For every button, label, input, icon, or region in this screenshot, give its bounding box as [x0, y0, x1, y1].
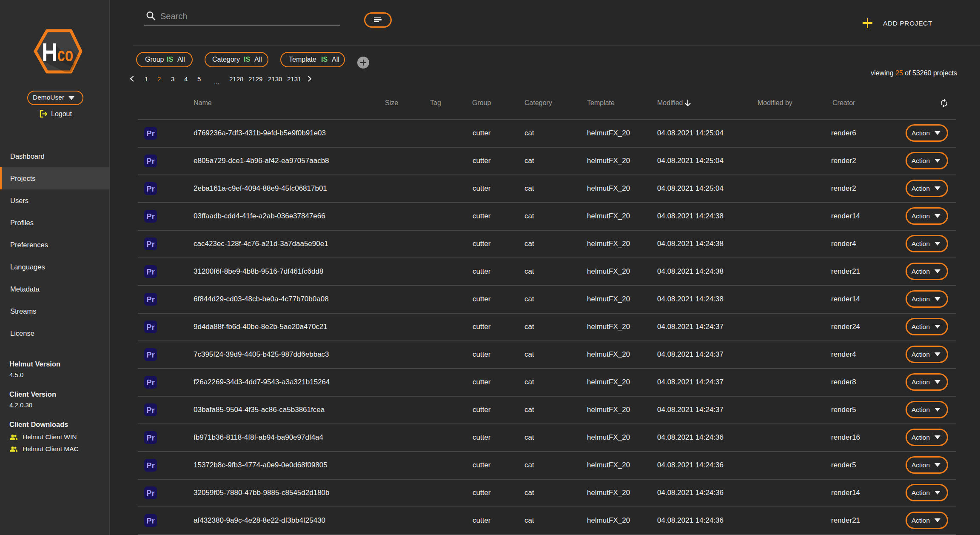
- svg-text:H: H: [42, 37, 57, 67]
- svg-text:co: co: [57, 43, 73, 66]
